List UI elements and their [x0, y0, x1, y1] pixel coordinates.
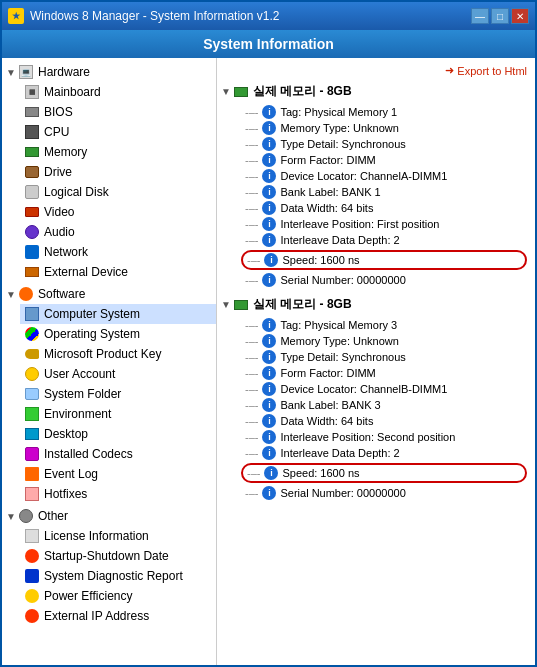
- tree-item-network[interactable]: Network: [20, 242, 216, 262]
- info-text-tag-1: Tag: Physical Memory 1: [280, 106, 397, 118]
- info-tag-2: -–- i Tag: Physical Memory 3: [221, 317, 531, 333]
- info-icon-22: i: [262, 486, 276, 500]
- right-panel: ➜ Export to Html ▼ 실제 메모리 - 8GB -–- i Ta…: [217, 58, 535, 665]
- info-speed-2-highlighted: -–- i Speed: 1600 ns: [241, 463, 527, 483]
- expand-memory1-icon: ▼: [221, 86, 231, 97]
- tree-item-installed-codecs[interactable]: Installed Codecs: [20, 444, 216, 464]
- expand-software-icon: ▼: [6, 289, 16, 300]
- user-account-icon: [24, 366, 40, 382]
- window-controls: — □ ✕: [471, 8, 529, 24]
- cpu-icon: [24, 124, 40, 140]
- network-icon: [24, 244, 40, 260]
- tree-item-environment[interactable]: Environment: [20, 404, 216, 424]
- minimize-button[interactable]: —: [471, 8, 489, 24]
- tree-item-video[interactable]: Video: [20, 202, 216, 222]
- close-button[interactable]: ✕: [511, 8, 529, 24]
- tree-root-other[interactable]: ▼ Other: [2, 506, 216, 526]
- maximize-button[interactable]: □: [491, 8, 509, 24]
- other-children: License Information Startup-Shutdown Dat…: [2, 526, 216, 626]
- audio-icon: [24, 224, 40, 240]
- hardware-icon: 💻: [18, 64, 34, 80]
- tree-item-license[interactable]: License Information: [20, 526, 216, 546]
- info-formfactor-1: -–- i Form Factor: DIMM: [221, 152, 531, 168]
- info-banklabel-1: -–- i Bank Label: BANK 1: [221, 184, 531, 200]
- tree-item-power[interactable]: Power Efficiency: [20, 586, 216, 606]
- hardware-label: Hardware: [38, 65, 90, 79]
- tree-item-cpu[interactable]: CPU: [20, 122, 216, 142]
- info-icon-5: i: [262, 169, 276, 183]
- info-icon-1: i: [262, 105, 276, 119]
- info-serial-2: -–- i Serial Number: 00000000: [221, 485, 531, 501]
- license-icon: [24, 528, 40, 544]
- event-log-icon: [24, 466, 40, 482]
- hotfixes-icon: [24, 486, 40, 502]
- product-key-icon: [24, 346, 40, 362]
- export-button[interactable]: ➜ Export to Html: [445, 64, 527, 77]
- info-formfactor-2: -–- i Form Factor: DIMM: [221, 365, 531, 381]
- installed-codecs-label: Installed Codecs: [44, 447, 133, 461]
- computer-system-icon: [24, 306, 40, 322]
- info-text-devlocator-2: Device Locator: ChannelB-DIMM1: [280, 383, 447, 395]
- memory-block2-icon: [233, 297, 249, 313]
- tree-item-startup[interactable]: Startup-Shutdown Date: [20, 546, 216, 566]
- system-folder-label: System Folder: [44, 387, 121, 401]
- tree-root-hardware[interactable]: ▼ 💻 Hardware: [2, 62, 216, 82]
- computer-system-label: Computer System: [44, 307, 140, 321]
- info-text-banklabel-2: Bank Label: BANK 3: [280, 399, 380, 411]
- operating-system-icon: [24, 326, 40, 342]
- info-text-formfactor-2: Form Factor: DIMM: [280, 367, 375, 379]
- tree-section-hardware: ▼ 💻 Hardware ▦ Mainboard BIOS: [2, 62, 216, 282]
- software-children: Computer System Operating System Microso…: [2, 304, 216, 504]
- diagnostic-icon: [24, 568, 40, 584]
- info-interleavedepth-1: -–- i Interleave Data Depth: 2: [221, 232, 531, 248]
- external-device-label: External Device: [44, 265, 128, 279]
- desktop-icon: [24, 426, 40, 442]
- info-devlocator-2: -–- i Device Locator: ChannelB-DIMM1: [221, 381, 531, 397]
- logical-disk-label: Logical Disk: [44, 185, 109, 199]
- info-icon-20: i: [262, 446, 276, 460]
- cpu-label: CPU: [44, 125, 69, 139]
- license-label: License Information: [44, 529, 149, 543]
- info-text-interleavepos-1: Interleave Position: First position: [280, 218, 439, 230]
- memory-section-header-2: ▼ 실제 메모리 - 8GB: [221, 294, 531, 315]
- video-label: Video: [44, 205, 74, 219]
- tree-section-software: ▼ Software Computer System Operating Sys…: [2, 284, 216, 504]
- tree-item-logical-disk[interactable]: Logical Disk: [20, 182, 216, 202]
- tree-item-memory[interactable]: Memory: [20, 142, 216, 162]
- other-icon: [18, 508, 34, 524]
- tree-item-bios[interactable]: BIOS: [20, 102, 216, 122]
- info-icon-7: i: [262, 201, 276, 215]
- info-text-interleavedepth-2: Interleave Data Depth: 2: [280, 447, 399, 459]
- tree-item-user-account[interactable]: User Account: [20, 364, 216, 384]
- tree-item-diagnostic[interactable]: System Diagnostic Report: [20, 566, 216, 586]
- memory-block-2: ▼ 실제 메모리 - 8GB -–- i Tag: Physical Memor…: [221, 294, 531, 501]
- tree-item-external-device[interactable]: External Device: [20, 262, 216, 282]
- tree-item-drive[interactable]: Drive: [20, 162, 216, 182]
- info-icon-18: i: [262, 414, 276, 428]
- tree-item-audio[interactable]: Audio: [20, 222, 216, 242]
- info-typedetail-1: -–- i Type Detail: Synchronous: [221, 136, 531, 152]
- info-serial-1: -–- i Serial Number: 00000000: [221, 272, 531, 288]
- tree-item-hotfixes[interactable]: Hotfixes: [20, 484, 216, 504]
- info-datawidth-2: -–- i Data Width: 64 bits: [221, 413, 531, 429]
- expand-other-icon: ▼: [6, 511, 16, 522]
- tree-item-external-ip[interactable]: External IP Address: [20, 606, 216, 626]
- mainboard-label: Mainboard: [44, 85, 101, 99]
- tree-item-computer-system[interactable]: Computer System: [20, 304, 216, 324]
- hardware-children: ▦ Mainboard BIOS CPU Memory: [2, 82, 216, 282]
- tree-item-product-key[interactable]: Microsoft Product Key: [20, 344, 216, 364]
- tree-root-software[interactable]: ▼ Software: [2, 284, 216, 304]
- memory-block2-title: 실제 메모리 - 8GB: [253, 296, 352, 313]
- operating-system-label: Operating System: [44, 327, 140, 341]
- tree-item-operating-system[interactable]: Operating System: [20, 324, 216, 344]
- tree-item-mainboard[interactable]: ▦ Mainboard: [20, 82, 216, 102]
- network-label: Network: [44, 245, 88, 259]
- tree-item-desktop[interactable]: Desktop: [20, 424, 216, 444]
- external-ip-icon: [24, 608, 40, 624]
- tree-item-event-log[interactable]: Event Log: [20, 464, 216, 484]
- tree-item-system-folder[interactable]: System Folder: [20, 384, 216, 404]
- environment-label: Environment: [44, 407, 111, 421]
- info-icon-10: i: [264, 253, 278, 267]
- info-icon-17: i: [262, 398, 276, 412]
- info-text-typedetail-2: Type Detail: Synchronous: [280, 351, 405, 363]
